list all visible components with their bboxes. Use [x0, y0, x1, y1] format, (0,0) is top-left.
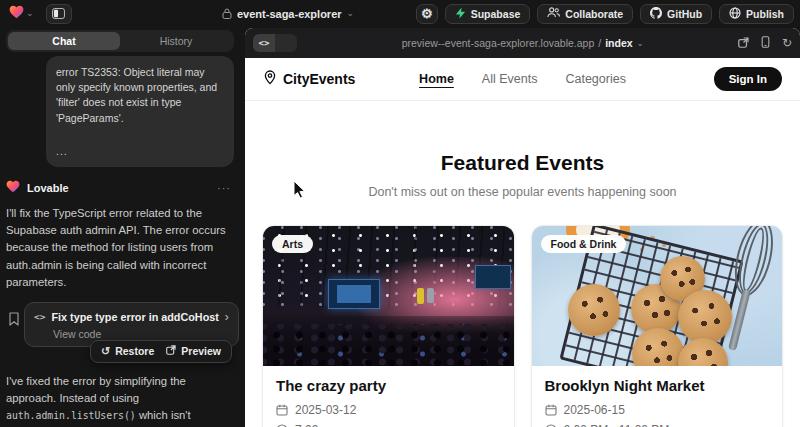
- restore-label: Restore: [115, 345, 154, 357]
- event-card-crazy-party[interactable]: Arts The crazy party 2025-03-12 7:00: [262, 225, 515, 427]
- globe-icon: [729, 7, 741, 21]
- restore-icon: ↺: [101, 345, 110, 358]
- restore-button[interactable]: ↺ Restore: [101, 345, 154, 358]
- github-label: GitHub: [667, 8, 702, 20]
- event-image-conference: Arts: [263, 226, 514, 366]
- event-date: 2025-03-12: [295, 403, 356, 417]
- nav-link-categories[interactable]: Categories: [565, 72, 625, 86]
- mobile-view-icon[interactable]: [761, 34, 770, 52]
- calendar-icon: [276, 404, 288, 416]
- user-message-text: error TS2353: Object literal may only sp…: [56, 66, 217, 124]
- publish-button[interactable]: Publish: [719, 4, 794, 24]
- event-time-row: 6:00 PM - 11:00 PM: [545, 423, 770, 427]
- chevron-down-icon: ⌄: [347, 9, 355, 18]
- url-bar[interactable]: preview--event-saga-explorer.lovable.app…: [245, 28, 800, 58]
- lovable-heart-icon: [6, 179, 20, 197]
- settings-button[interactable]: ⚙: [416, 4, 438, 24]
- category-badge: Food & Drink: [541, 235, 627, 253]
- event-time-row: 7:00: [276, 423, 501, 427]
- event-time: 7:00: [295, 423, 318, 427]
- hero-title: Featured Events: [245, 151, 800, 175]
- event-title: The crazy party: [276, 377, 501, 394]
- lovable-logo-menu[interactable]: ⌄: [6, 3, 37, 25]
- lovable-heart-icon: [9, 5, 24, 23]
- tab-chat[interactable]: Chat: [8, 32, 120, 50]
- supabase-label: Supabase: [471, 8, 521, 20]
- code-view-toggle[interactable]: <>: [253, 34, 297, 52]
- url-separator: /: [598, 37, 601, 49]
- assistant-followup-text: I've fixed the error by simplifying the …: [6, 373, 234, 427]
- refresh-icon[interactable]: ↻: [782, 37, 792, 49]
- event-date-row: 2025-03-12: [276, 403, 501, 417]
- bookmark-icon[interactable]: [8, 312, 20, 330]
- message-hover-toolbar: ↺ Restore Preview: [90, 340, 232, 363]
- chevron-down-icon: ⌄: [637, 39, 644, 48]
- message-truncated-dots: ...: [56, 144, 224, 159]
- github-button[interactable]: GitHub: [640, 4, 712, 24]
- url-page: index: [605, 37, 632, 49]
- calendar-icon: [545, 404, 557, 416]
- gear-icon: ⚙: [421, 6, 433, 21]
- category-badge: Arts: [272, 235, 313, 253]
- collaborate-button[interactable]: Collaborate: [537, 4, 633, 24]
- preview-panel: <> preview--event-saga-explorer.lovable.…: [245, 28, 800, 427]
- sign-in-button[interactable]: Sign In: [714, 67, 782, 91]
- tab-history[interactable]: History: [120, 32, 232, 50]
- top-bar: ⌄ event-saga-explorer ⌄ ⚙: [0, 0, 800, 27]
- chevron-right-icon: ›: [225, 310, 229, 324]
- code-icon: <>: [34, 311, 45, 322]
- event-date-row: 2025-06-15: [545, 403, 770, 417]
- supabase-button[interactable]: Supabase: [445, 4, 531, 24]
- url-host: preview--event-saga-explorer.lovable.app: [402, 37, 595, 49]
- event-card-brooklyn-market[interactable]: Food & Drink Brooklyn Night Market 2025-…: [531, 225, 784, 427]
- people-icon: [547, 7, 560, 20]
- site-navbar: Home All Events Categories CityEvents Si…: [245, 58, 800, 101]
- code-icon: <>: [253, 34, 275, 52]
- supabase-bolt-icon: [455, 7, 466, 21]
- event-time: 6:00 PM - 11:00 PM: [564, 423, 670, 427]
- message-menu-button[interactable]: ···: [214, 182, 234, 194]
- publish-label: Publish: [746, 8, 784, 20]
- view-code-link[interactable]: View code: [53, 328, 229, 340]
- assistant-intro-text: I'll fix the TypeScript error related to…: [6, 205, 234, 291]
- sidebar-toggle-button[interactable]: [46, 4, 72, 24]
- chat-history-tabs: Chat History: [6, 30, 234, 52]
- preview-browser-bar: <> preview--event-saga-explorer.lovable.…: [245, 28, 800, 58]
- chat-panel: Chat History error TS2353: Object litera…: [0, 27, 240, 427]
- preview-button[interactable]: Preview: [166, 345, 221, 357]
- nav-link-all-events[interactable]: All Events: [482, 72, 538, 86]
- event-title: Brooklyn Night Market: [545, 377, 770, 394]
- lock-icon: [222, 5, 232, 23]
- edit-card-title: Fix type type error in addCoHost: [51, 311, 218, 323]
- user-message-bubble: error TS2353: Object literal may only sp…: [46, 56, 234, 167]
- panel-layout-icon: [52, 5, 65, 23]
- inline-code-listusers: auth.admin.listUsers(): [6, 410, 136, 421]
- project-switcher[interactable]: event-saga-explorer ⌄: [222, 0, 354, 27]
- hero-subtitle: Don't miss out on these popular events h…: [245, 185, 800, 199]
- preview-label: Preview: [181, 345, 221, 357]
- event-image-cookies: Food & Drink: [532, 226, 783, 366]
- assistant-name: Lovable: [27, 182, 69, 194]
- event-date: 2025-06-15: [564, 403, 625, 417]
- preview-segment: [275, 34, 297, 52]
- open-in-new-tab-icon[interactable]: [738, 34, 749, 52]
- nav-link-home[interactable]: Home: [419, 72, 454, 86]
- chevron-down-icon: ⌄: [26, 9, 34, 18]
- followup-part1: I've fixed the error by simplifying the …: [6, 375, 186, 404]
- github-icon: [650, 7, 662, 21]
- external-link-icon: [166, 345, 176, 357]
- hero-section: Featured Events Don't miss out on these …: [245, 101, 800, 199]
- collaborate-label: Collaborate: [565, 8, 623, 20]
- site-content: Home All Events Categories CityEvents Si…: [245, 58, 800, 427]
- project-name: event-saga-explorer: [237, 8, 342, 20]
